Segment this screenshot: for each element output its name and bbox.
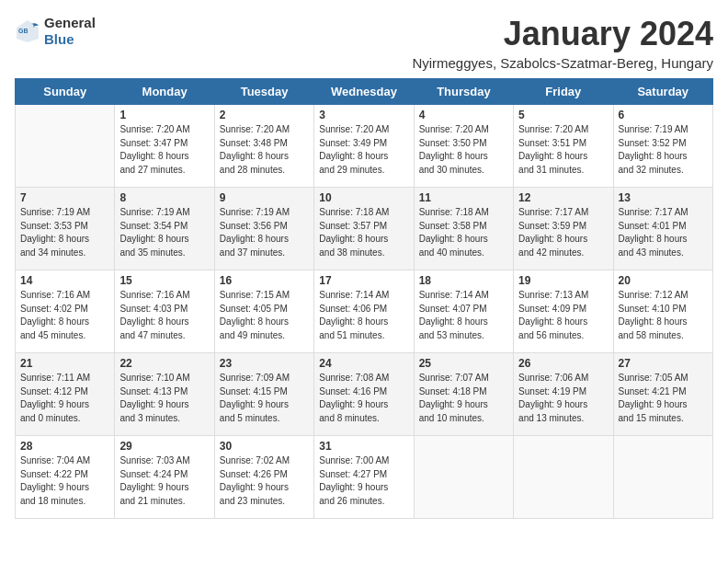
week-row-1: 1Sunrise: 7:20 AM Sunset: 3:47 PM Daylig…: [16, 105, 713, 188]
calendar-cell: [514, 436, 613, 519]
day-number: 6: [619, 109, 708, 121]
header-day-friday: Friday: [514, 79, 613, 105]
day-info: Sunrise: 7:08 AM Sunset: 4:16 PM Dayligh…: [319, 372, 408, 425]
day-number: 12: [518, 191, 608, 204]
calendar-cell: 17Sunrise: 7:14 AM Sunset: 4:06 PM Dayli…: [314, 270, 414, 353]
day-info: Sunrise: 7:05 AM Sunset: 4:21 PM Dayligh…: [619, 372, 708, 425]
calendar-cell: 16Sunrise: 7:15 AM Sunset: 4:05 PM Dayli…: [214, 270, 313, 353]
calendar-cell: 2Sunrise: 7:20 AM Sunset: 3:48 PM Daylig…: [214, 105, 313, 188]
calendar-cell: 26Sunrise: 7:06 AM Sunset: 4:19 PM Dayli…: [514, 353, 613, 436]
day-number: 22: [119, 357, 209, 370]
day-number: 18: [419, 274, 508, 287]
calendar-cell: 6Sunrise: 7:19 AM Sunset: 3:52 PM Daylig…: [613, 105, 712, 188]
calendar-cell: [613, 436, 712, 519]
day-number: 31: [319, 440, 408, 453]
day-number: 14: [20, 274, 109, 287]
day-number: 29: [119, 440, 209, 453]
day-info: Sunrise: 7:20 AM Sunset: 3:47 PM Dayligh…: [119, 123, 209, 177]
header-row: SundayMondayTuesdayWednesdayThursdayFrid…: [16, 79, 713, 105]
day-number: 8: [119, 191, 209, 204]
logo-icon: GB: [15, 18, 40, 44]
day-info: Sunrise: 7:04 AM Sunset: 4:22 PM Dayligh…: [20, 454, 109, 508]
calendar-cell: 15Sunrise: 7:16 AM Sunset: 4:03 PM Dayli…: [115, 270, 214, 353]
calendar-cell: 11Sunrise: 7:18 AM Sunset: 3:58 PM Dayli…: [414, 188, 513, 270]
logo-text: General Blue: [44, 15, 96, 48]
day-info: Sunrise: 7:16 AM Sunset: 4:02 PM Dayligh…: [20, 289, 109, 342]
day-info: Sunrise: 7:15 AM Sunset: 4:05 PM Dayligh…: [220, 289, 309, 342]
logo-blue: Blue: [44, 31, 74, 47]
day-info: Sunrise: 7:11 AM Sunset: 4:12 PM Dayligh…: [20, 372, 109, 425]
day-info: Sunrise: 7:00 AM Sunset: 4:27 PM Dayligh…: [319, 454, 408, 508]
day-info: Sunrise: 7:09 AM Sunset: 4:15 PM Dayligh…: [220, 372, 309, 425]
day-number: 15: [119, 274, 209, 287]
day-number: 27: [619, 357, 708, 370]
day-info: Sunrise: 7:19 AM Sunset: 3:56 PM Dayligh…: [220, 206, 309, 259]
calendar-cell: 19Sunrise: 7:13 AM Sunset: 4:09 PM Dayli…: [514, 270, 613, 353]
day-info: Sunrise: 7:18 AM Sunset: 3:57 PM Dayligh…: [319, 206, 408, 259]
day-info: Sunrise: 7:20 AM Sunset: 3:49 PM Dayligh…: [319, 123, 408, 177]
calendar-cell: 7Sunrise: 7:19 AM Sunset: 3:53 PM Daylig…: [16, 188, 115, 270]
day-info: Sunrise: 7:17 AM Sunset: 3:59 PM Dayligh…: [518, 206, 608, 259]
day-number: 19: [518, 274, 608, 287]
title-block: January 2024 Nyirmeggyes, Szabolcs-Szatm…: [412, 15, 713, 71]
calendar-cell: 23Sunrise: 7:09 AM Sunset: 4:15 PM Dayli…: [214, 353, 313, 436]
day-number: 28: [20, 440, 109, 453]
calendar-subtitle: Nyirmeggyes, Szabolcs-Szatmar-Bereg, Hun…: [412, 55, 713, 71]
calendar-title: January 2024: [412, 15, 713, 53]
day-info: Sunrise: 7:16 AM Sunset: 4:03 PM Dayligh…: [119, 289, 209, 342]
header-day-monday: Monday: [115, 79, 214, 105]
calendar-cell: 12Sunrise: 7:17 AM Sunset: 3:59 PM Dayli…: [514, 188, 613, 270]
calendar-cell: 14Sunrise: 7:16 AM Sunset: 4:02 PM Dayli…: [16, 270, 115, 353]
week-row-5: 28Sunrise: 7:04 AM Sunset: 4:22 PM Dayli…: [16, 436, 713, 519]
day-info: Sunrise: 7:02 AM Sunset: 4:26 PM Dayligh…: [220, 454, 309, 508]
day-number: 4: [419, 109, 508, 121]
header: GB General Blue January 2024 Nyirmeggyes…: [15, 15, 713, 71]
calendar-cell: [414, 436, 513, 519]
calendar-cell: 29Sunrise: 7:03 AM Sunset: 4:24 PM Dayli…: [115, 436, 214, 519]
week-row-2: 7Sunrise: 7:19 AM Sunset: 3:53 PM Daylig…: [16, 188, 713, 270]
logo-general: General: [44, 15, 96, 30]
calendar-cell: 21Sunrise: 7:11 AM Sunset: 4:12 PM Dayli…: [16, 353, 115, 436]
day-number: 26: [518, 357, 608, 370]
calendar-cell: 9Sunrise: 7:19 AM Sunset: 3:56 PM Daylig…: [214, 188, 313, 270]
calendar-cell: 18Sunrise: 7:14 AM Sunset: 4:07 PM Dayli…: [414, 270, 513, 353]
calendar-cell: [16, 105, 115, 188]
calendar-cell: 20Sunrise: 7:12 AM Sunset: 4:10 PM Dayli…: [613, 270, 712, 353]
svg-text:GB: GB: [18, 28, 28, 34]
day-number: 24: [319, 357, 408, 370]
day-number: 9: [220, 191, 309, 204]
day-number: 30: [220, 440, 309, 453]
calendar-cell: 24Sunrise: 7:08 AM Sunset: 4:16 PM Dayli…: [314, 353, 414, 436]
calendar-header: SundayMondayTuesdayWednesdayThursdayFrid…: [16, 79, 713, 105]
day-number: 16: [220, 274, 309, 287]
day-info: Sunrise: 7:14 AM Sunset: 4:07 PM Dayligh…: [419, 289, 508, 342]
day-info: Sunrise: 7:12 AM Sunset: 4:10 PM Dayligh…: [619, 289, 708, 342]
day-number: 10: [319, 191, 408, 204]
calendar-table: SundayMondayTuesdayWednesdayThursdayFrid…: [15, 78, 713, 519]
day-number: 13: [619, 191, 708, 204]
calendar-cell: 1Sunrise: 7:20 AM Sunset: 3:47 PM Daylig…: [115, 105, 214, 188]
day-number: 2: [220, 109, 309, 121]
day-number: 3: [319, 109, 408, 121]
day-info: Sunrise: 7:19 AM Sunset: 3:53 PM Dayligh…: [20, 206, 109, 259]
week-row-4: 21Sunrise: 7:11 AM Sunset: 4:12 PM Dayli…: [16, 353, 713, 436]
day-info: Sunrise: 7:19 AM Sunset: 3:52 PM Dayligh…: [619, 123, 708, 177]
calendar-cell: 10Sunrise: 7:18 AM Sunset: 3:57 PM Dayli…: [314, 188, 414, 270]
calendar-cell: 13Sunrise: 7:17 AM Sunset: 4:01 PM Dayli…: [613, 188, 712, 270]
calendar-cell: 31Sunrise: 7:00 AM Sunset: 4:27 PM Dayli…: [314, 436, 414, 519]
day-info: Sunrise: 7:07 AM Sunset: 4:18 PM Dayligh…: [419, 372, 508, 425]
calendar-cell: 4Sunrise: 7:20 AM Sunset: 3:50 PM Daylig…: [414, 105, 513, 188]
day-info: Sunrise: 7:10 AM Sunset: 4:13 PM Dayligh…: [119, 372, 209, 425]
day-number: 11: [419, 191, 508, 204]
day-info: Sunrise: 7:20 AM Sunset: 3:51 PM Dayligh…: [518, 123, 608, 177]
day-info: Sunrise: 7:20 AM Sunset: 3:50 PM Dayligh…: [419, 123, 508, 177]
day-number: 7: [20, 191, 109, 204]
day-number: 23: [220, 357, 309, 370]
day-number: 17: [319, 274, 408, 287]
header-day-sunday: Sunday: [16, 79, 115, 105]
day-info: Sunrise: 7:03 AM Sunset: 4:24 PM Dayligh…: [119, 454, 209, 508]
day-info: Sunrise: 7:18 AM Sunset: 3:58 PM Dayligh…: [419, 206, 508, 259]
week-row-3: 14Sunrise: 7:16 AM Sunset: 4:02 PM Dayli…: [16, 270, 713, 353]
day-info: Sunrise: 7:19 AM Sunset: 3:54 PM Dayligh…: [119, 206, 209, 259]
day-number: 5: [518, 109, 608, 121]
